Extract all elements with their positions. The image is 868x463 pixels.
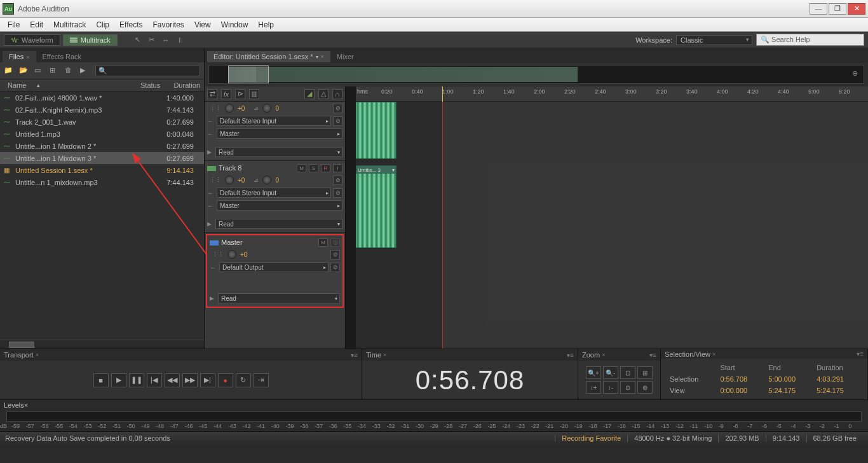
phase-icon[interactable]: ⊘: [333, 176, 342, 185]
zoom-out-point-button[interactable]: ⊚: [637, 381, 653, 394]
move-tool-icon[interactable]: ↖: [133, 35, 143, 45]
mute-button[interactable]: M: [297, 164, 306, 172]
loop-button[interactable]: ↻: [236, 373, 251, 387]
multitrack-mode-button[interactable]: Multitrack: [63, 34, 118, 46]
zoom-out-v-button[interactable]: ↕-: [603, 381, 618, 394]
file-list-hscroll[interactable]: [0, 340, 204, 349]
file-search-input[interactable]: 🔍: [95, 65, 200, 76]
selection-end[interactable]: 5:00.000: [766, 374, 813, 384]
stop-button[interactable]: ■: [93, 373, 109, 387]
files-tab[interactable]: Files×: [3, 51, 36, 62]
rewind-button[interactable]: ◀◀: [165, 373, 180, 387]
time-ruler[interactable]: hms 0:20 0:40 1:00 1:20 1:40 2:00 2:20 2…: [356, 86, 868, 102]
automation-dropdown[interactable]: Read▾: [215, 147, 342, 157]
solo-button[interactable]: Ⓢ: [330, 238, 340, 247]
track-header[interactable]: ⋮⋮+0⊿0⊘ ←Default Stereo Input▸⊘ ←Master▸…: [205, 102, 345, 161]
output-dropdown[interactable]: Master▸: [217, 128, 342, 139]
insert-clip-icon[interactable]: ⊞: [50, 66, 60, 75]
editor-tab[interactable]: Editor: Untitled Session 1.sesx *▾×: [207, 51, 330, 62]
file-row[interactable]: ⁓Untitled 1.mp30:00.048: [0, 128, 204, 140]
time-display[interactable]: 0:56.708: [416, 365, 525, 396]
selection-start[interactable]: 0:56.708: [717, 374, 764, 384]
zoom-in-point-button[interactable]: ⊙: [620, 381, 635, 394]
volume-knob[interactable]: [225, 104, 234, 113]
mono-stereo-icon[interactable]: ⊘: [330, 263, 340, 272]
view-start[interactable]: 0:00.000: [717, 385, 764, 396]
view-end[interactable]: 5:24.175: [766, 385, 813, 396]
metronome-icon[interactable]: △: [318, 89, 329, 99]
pan-knob[interactable]: [262, 176, 271, 184]
track-name[interactable]: Master: [210, 238, 316, 246]
master-track-header[interactable]: MasterMⓈ ⋮⋮+0⊘ ←Default Output▸⊘ ▶Read▾: [206, 234, 344, 308]
file-row[interactable]: ⁓Untitle...ion 1 Mixdown 2 *0:27.699: [0, 140, 204, 152]
new-multitrack-icon[interactable]: ▭: [34, 66, 44, 75]
automation-dropdown[interactable]: Read▾: [218, 293, 340, 303]
skip-selection-button[interactable]: ⇥: [254, 373, 269, 387]
workspace-dropdown[interactable]: Classic: [676, 35, 752, 45]
arm-record-button[interactable]: R: [321, 164, 330, 172]
input-monitor-icon[interactable]: ◢: [304, 89, 315, 99]
timeline[interactable]: hms 0:20 0:40 1:00 1:20 1:40 2:00 2:20 2…: [356, 86, 868, 349]
snap-toggle-icon[interactable]: ⇄: [207, 89, 217, 99]
menu-edit[interactable]: Edit: [25, 20, 48, 29]
maximize-button[interactable]: ❐: [829, 3, 846, 15]
go-to-end-button[interactable]: ▶|: [200, 373, 215, 387]
track-name[interactable]: Track 8: [207, 164, 294, 172]
mono-stereo-icon[interactable]: ⊘: [333, 116, 342, 126]
audio-clip[interactable]: [356, 102, 397, 159]
pan-knob[interactable]: [262, 104, 271, 113]
output-dropdown[interactable]: Default Output▸: [219, 262, 329, 272]
go-to-start-button[interactable]: |◀: [147, 373, 162, 387]
slip-tool-icon[interactable]: ↔: [161, 35, 171, 45]
file-row[interactable]: ⁓Track 2_001_1.wav0:27.699: [0, 116, 204, 128]
input-monitor-button[interactable]: I: [333, 164, 342, 172]
automation-dropdown[interactable]: Read▾: [215, 219, 342, 229]
volume-knob[interactable]: [225, 176, 234, 184]
recording-favorite[interactable]: Recording Favorite: [555, 434, 627, 442]
levels-meter[interactable]: [6, 411, 862, 422]
mixer-tab[interactable]: Mixer: [330, 51, 360, 62]
volume-knob[interactable]: [227, 250, 236, 259]
close-button[interactable]: ✕: [848, 3, 865, 15]
fx-icon[interactable]: fx: [221, 89, 231, 99]
mute-button[interactable]: M: [318, 238, 328, 247]
overview-navigator[interactable]: ⊕: [208, 65, 864, 84]
file-row[interactable]: ⁓Untitle...n 1_mixdown.mp37:44.143: [0, 176, 204, 188]
phase-icon[interactable]: ⊘: [330, 250, 340, 259]
fast-forward-button[interactable]: ▶▶: [182, 373, 198, 387]
sends-icon[interactable]: ⊳: [235, 89, 245, 99]
view-duration[interactable]: 5:24.175: [814, 385, 861, 396]
menu-favorites[interactable]: Favorites: [148, 20, 189, 29]
file-row[interactable]: ▦Untitled Session 1.sesx *9:14.143: [0, 164, 204, 176]
file-row[interactable]: ⁓02.Fait...Knight Remix).mp37:44.143: [0, 104, 204, 116]
input-dropdown[interactable]: Default Stereo Input▸: [217, 188, 331, 198]
eq-icon[interactable]: ▥: [249, 89, 259, 99]
minimize-button[interactable]: —: [810, 3, 827, 15]
zoom-full-button[interactable]: ⊡: [620, 366, 635, 379]
selection-duration[interactable]: 4:03.291: [814, 374, 861, 384]
play-button[interactable]: ▶: [111, 373, 126, 387]
menu-help[interactable]: Help: [253, 20, 279, 29]
menu-effects[interactable]: Effects: [114, 20, 147, 29]
import-icon[interactable]: 📂: [19, 66, 29, 75]
zoom-reset-icon[interactable]: ⊕: [852, 69, 861, 78]
file-row[interactable]: ⁓02.Fait...mix) 48000 1.wav *1:40.000: [0, 92, 204, 104]
record-button[interactable]: ●: [218, 373, 233, 387]
audio-clip[interactable]: Untitle... 3▾: [356, 165, 397, 248]
output-dropdown[interactable]: Master▸: [217, 200, 342, 211]
input-dropdown[interactable]: Default Stereo Input▸: [217, 116, 331, 126]
razor-tool-icon[interactable]: ✂: [147, 35, 157, 45]
menu-multitrack[interactable]: Multitrack: [48, 20, 91, 29]
preview-play-icon[interactable]: ▶: [80, 66, 90, 75]
mono-stereo-icon[interactable]: ⊘: [333, 188, 342, 198]
headphones-icon[interactable]: ∩: [332, 89, 342, 99]
delete-icon[interactable]: 🗑: [65, 66, 75, 75]
phase-icon[interactable]: ⊘: [333, 104, 342, 113]
menu-view[interactable]: View: [189, 20, 216, 29]
menu-clip[interactable]: Clip: [91, 20, 114, 29]
zoom-in-v-button[interactable]: ↕+: [586, 381, 601, 394]
zoom-out-h-button[interactable]: 🔍-: [603, 366, 618, 379]
search-help-input[interactable]: 🔍 Search Help: [756, 34, 864, 46]
solo-button[interactable]: S: [309, 164, 318, 172]
track-header[interactable]: Track 8MSRI ⋮⋮+0⊿0⊘ ←Default Stereo Inpu…: [205, 161, 345, 233]
